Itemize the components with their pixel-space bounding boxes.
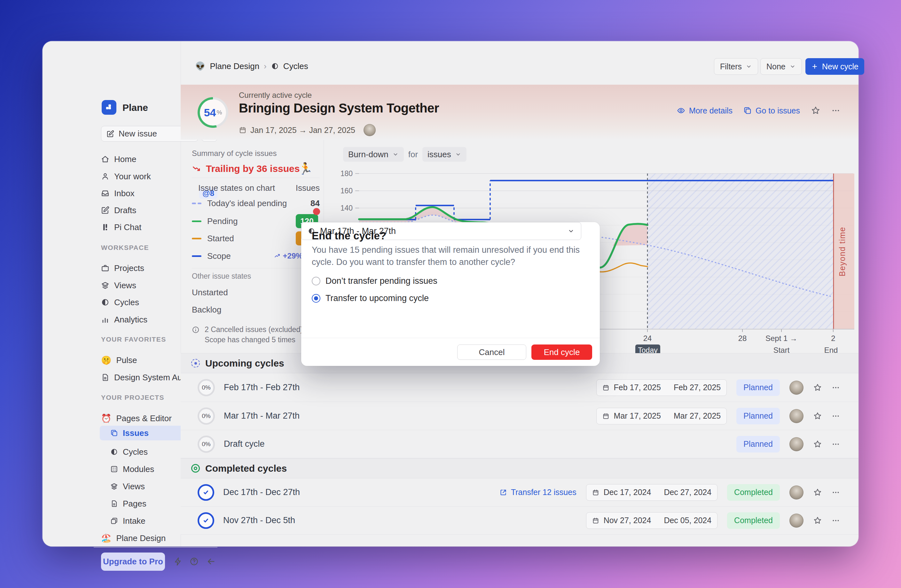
layout-value: None: [766, 62, 786, 71]
page-icon: [110, 500, 118, 507]
more-options-icon[interactable]: [831, 106, 840, 115]
start-date: Mar 17, 2025: [614, 411, 661, 420]
start-date: Feb 17, 2025: [614, 383, 661, 392]
more-options-icon[interactable]: [832, 412, 840, 420]
cancel-button[interactable]: Cancel: [457, 344, 526, 360]
progress-text: 0%: [202, 412, 210, 420]
end-cycle-button[interactable]: End cycle: [532, 344, 592, 360]
active-cycle-title[interactable]: Bringing Design System Together: [239, 101, 439, 115]
calendar-icon: [239, 126, 246, 134]
chart-for-label: for: [408, 149, 418, 159]
favorite-star-icon[interactable]: [813, 488, 822, 497]
more-options-icon[interactable]: [832, 488, 840, 496]
assignee-avatar[interactable]: [789, 381, 803, 395]
more-options-icon[interactable]: [832, 516, 840, 525]
more-options-icon[interactable]: [832, 383, 840, 392]
favorite-star-icon[interactable]: [811, 106, 820, 115]
help-button[interactable]: [187, 554, 201, 568]
date-range-pill[interactable]: Feb 17, 2025 Feb 27, 2025: [596, 379, 727, 396]
start-date: Nov 27, 2024: [604, 516, 651, 525]
y-tick-180: 180: [340, 170, 353, 178]
cycle-row-title[interactable]: Feb 17th - Feb 27th: [224, 383, 299, 392]
chevron-down-icon: [567, 227, 575, 235]
upgrade-to-pro-button[interactable]: Upgrade to Pro: [101, 552, 165, 571]
radio-unselected-icon[interactable]: [312, 277, 320, 285]
cycle-row-title[interactable]: Dec 17th - Dec 27th: [223, 487, 300, 497]
cycle-row-nov[interactable]: Nov 27th - Dec 5th Nov 27, 2024 Dec 05, …: [181, 507, 859, 535]
start-date: Dec 17, 2024: [604, 488, 651, 497]
favorite-star-icon[interactable]: [813, 412, 822, 420]
cycle-row-title[interactable]: Draft cycle: [224, 439, 265, 449]
assignee-avatar[interactable]: [789, 437, 803, 451]
layers-icon: [101, 281, 109, 289]
cycle-lead-avatar[interactable]: [363, 124, 376, 136]
filters-label: Filters: [720, 62, 742, 71]
x-tick-28: 28: [738, 334, 747, 342]
sidebar-item-label: Home: [114, 154, 136, 164]
transfer-issues-button[interactable]: Transfer 12 issues: [499, 488, 577, 497]
cycle-row-draft[interactable]: 0% Draft cycle Planned: [181, 430, 859, 458]
new-cycle-button[interactable]: New cycle: [805, 58, 864, 75]
sidebar-item-label: Design System Audit: [114, 373, 191, 383]
completed-check-badge: [198, 512, 214, 529]
end-cycle-modal: End the cycle? You have 15 pending issue…: [301, 222, 600, 366]
sidebar-item-label: Drafts: [114, 205, 136, 215]
date-range-pill[interactable]: Nov 27, 2024 Dec 05, 2024: [586, 512, 717, 529]
cycle-row-title[interactable]: Nov 27th - Dec 5th: [223, 515, 295, 525]
breadcrumb-page[interactable]: Cycles: [283, 61, 308, 71]
y-tick-140: 140: [340, 204, 353, 212]
hero-actions: More details Go to issues: [677, 106, 840, 115]
cycle-row-mar[interactable]: 0% Mar 17th - Mar 27th Mar 17, 2025 Mar …: [181, 402, 859, 430]
plus-icon: [811, 63, 818, 70]
date-range-pill[interactable]: Dec 17, 2024 Dec 27, 2024: [586, 484, 717, 501]
calendar-icon: [592, 489, 599, 496]
backlog-row: Backlog: [192, 303, 320, 317]
shortcuts-button[interactable]: [171, 554, 185, 568]
radio-selected-icon[interactable]: [312, 294, 320, 303]
sidebar-item-label: Pulse: [116, 355, 137, 365]
favorite-star-icon[interactable]: [813, 440, 822, 449]
cycle-row-feb[interactable]: 0% Feb 17th - Feb 27th Feb 17, 2025 Feb …: [181, 373, 859, 402]
more-options-icon[interactable]: [832, 440, 840, 448]
project-emoji-icon: 👽: [195, 61, 205, 71]
go-to-issues-button[interactable]: Go to issues: [744, 106, 800, 115]
beach-emoji-icon: 🏖️: [101, 534, 111, 543]
cycle-row-dec[interactable]: Dec 17th - Dec 27th Transfer 12 issues D…: [181, 478, 859, 507]
option-dont-transfer[interactable]: Don’t transfer pending issues: [312, 276, 437, 286]
progress-text: 0%: [202, 441, 210, 448]
plane-logo[interactable]: [102, 100, 116, 115]
cancelled-note: 2 Cancelled issues (excluded): [192, 325, 303, 334]
chart-entity-select[interactable]: issues: [422, 147, 466, 162]
issues-icon: [110, 429, 118, 437]
cancelled-note-text: 2 Cancelled issues (excluded): [205, 325, 303, 334]
col-states-label: Issue states on chart: [198, 183, 275, 193]
collapse-sidebar-button[interactable]: [204, 554, 218, 568]
plane-logo-icon: [105, 103, 113, 112]
option-transfer-upcoming[interactable]: Transfer to upcoming cycle: [312, 293, 429, 303]
assignee-avatar[interactable]: [789, 409, 803, 423]
legend-ideal-row: Today's ideal pending 84: [192, 196, 320, 210]
chart-metric-value: Burn-down: [348, 149, 388, 159]
x-tick-sept1: Sept 1 →: [765, 334, 797, 342]
modal-body-text: You have 15 pending issues that will rem…: [312, 244, 595, 268]
cycle-row-title[interactable]: Mar 17th - Mar 27th: [224, 411, 299, 421]
sidebar-item-label: Projects: [114, 263, 144, 273]
layout-select[interactable]: None: [760, 58, 802, 75]
filters-button[interactable]: Filters: [714, 58, 758, 75]
favorite-star-icon[interactable]: [813, 383, 822, 392]
assignee-avatar[interactable]: [789, 513, 803, 527]
date-range-pill[interactable]: Mar 17, 2025 Mar 27, 2025: [596, 408, 727, 425]
breadcrumb-project[interactable]: Plane Design: [210, 61, 259, 71]
workspace-name[interactable]: Plane: [122, 102, 148, 113]
chart-metric-select[interactable]: Burn-down: [343, 147, 404, 162]
inbox-icon: [101, 189, 109, 198]
eye-icon: [677, 106, 685, 115]
alarm-clock-emoji-icon: ⏰: [101, 414, 111, 423]
assignee-avatar[interactable]: [789, 485, 803, 499]
document-icon: [101, 373, 109, 381]
calendar-icon: [602, 412, 610, 420]
transfer-icon: [499, 488, 507, 496]
sidebar-item-label: Plane Design: [116, 534, 165, 543]
favorite-star-icon[interactable]: [813, 516, 822, 525]
more-details-button[interactable]: More details: [677, 106, 733, 115]
